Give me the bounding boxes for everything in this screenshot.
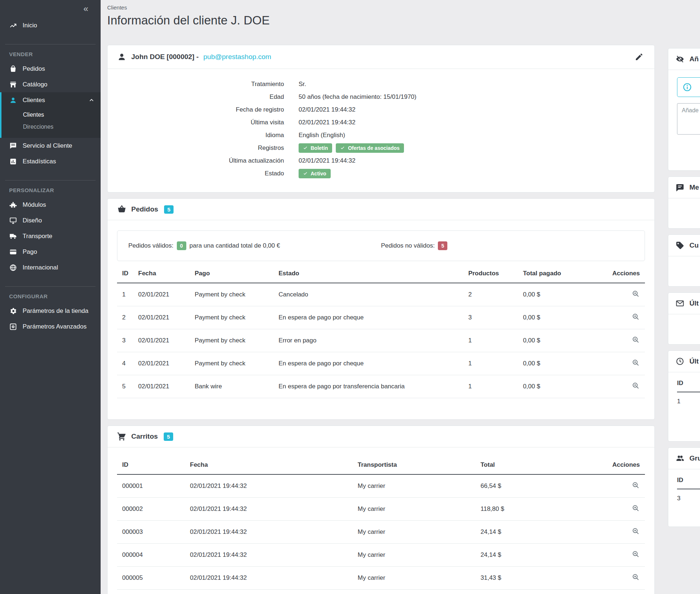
view-cart-button[interactable] — [631, 573, 640, 581]
sidebar-item-parametros-avanzados[interactable]: Parámetros Avanzados — [0, 319, 101, 334]
column-header-acciones: Acciones — [609, 458, 645, 474]
sidebar-subitem-label: Direcciones — [23, 124, 54, 130]
gear-icon — [9, 307, 17, 315]
orders-table-header-row: ID Fecha Pago Estado Productos Total pag… — [117, 266, 645, 283]
zoom-in-icon — [631, 504, 640, 512]
zoom-in-icon — [631, 481, 640, 489]
shopping-basket-icon — [117, 205, 127, 214]
cart-carrier-cell: My carrier — [355, 567, 478, 590]
sidebar-collapse-button[interactable]: « — [0, 0, 101, 13]
cart-date-cell: 02/01/2021 19:44:32 — [187, 544, 355, 567]
zoom-in-icon — [631, 358, 640, 367]
carts-count-badge: 5 — [164, 432, 173, 441]
sidebar-item-label: Estadísticas — [23, 158, 56, 165]
main-content: Clientes Información del cliente J. DOE … — [107, 0, 655, 594]
cart-row: 000002 02/01/2021 19:44:32 My carrier 11… — [117, 498, 645, 521]
truck-icon — [9, 232, 17, 240]
private-note-card-title: Añ — [689, 55, 699, 63]
customer-email-link[interactable]: pub@prestashop.com — [203, 53, 271, 61]
private-note-card: Añ — [668, 48, 700, 171]
sidebar-item-servicio-al-cliente[interactable]: Servicio al Cliente — [0, 138, 101, 154]
sidebar-item-modulos[interactable]: Módulos — [0, 197, 101, 213]
chevron-up-icon — [88, 97, 95, 104]
cart-total-cell: 31,43 $ — [478, 567, 609, 590]
sidebar-subitem-direcciones[interactable]: Direcciones — [0, 121, 101, 133]
view-order-button[interactable] — [631, 290, 640, 298]
breadcrumb[interactable]: Clientes — [107, 4, 655, 11]
view-cart-button[interactable] — [631, 527, 640, 535]
view-order-button[interactable] — [631, 312, 640, 321]
sidebar-section-vender: VENDER — [0, 44, 101, 61]
order-status-cell: En espera de pago por transferencia banc… — [276, 375, 465, 398]
sidebar-item-pago[interactable]: Pago — [0, 244, 101, 260]
order-products-cell: 1 — [465, 352, 520, 375]
sidebar-item-catalogo[interactable]: Catálogo — [0, 77, 101, 92]
sidebar-subitem-label: Clientes — [23, 112, 44, 118]
valid-orders-label: Pedidos válidos: — [128, 242, 174, 249]
zoom-in-icon — [631, 381, 640, 390]
sidebar-item-internacional[interactable]: Internacional — [0, 260, 101, 275]
order-status-cell: En espera de pago por cheque — [276, 352, 465, 375]
field-label: Estado — [108, 170, 284, 177]
sidebar-item-estadisticas[interactable]: Estadísticas — [0, 154, 101, 169]
eye-off-icon — [676, 55, 684, 63]
carts-card-body: ID Fecha Transportista Total Acciones 00… — [108, 447, 654, 594]
vouchers-card-title: Cu — [689, 241, 699, 249]
view-order-button[interactable] — [631, 381, 640, 390]
sidebar-item-label: Transporte — [23, 233, 52, 240]
right-side-panel: Añ Me Cu Últ Últ ID — [668, 48, 700, 527]
groups-card-title: Gru — [689, 454, 700, 462]
order-total-cell: 0,00 $ — [520, 375, 609, 398]
sidebar: « Inicio VENDER Pedidos Catálogo Cliente… — [0, 0, 101, 594]
view-order-button[interactable] — [631, 358, 640, 367]
field-value: 02/01/2021 19:44:32 — [299, 157, 355, 164]
customer-name: John DOE [000002] - — [131, 53, 199, 61]
field-label: Registros — [108, 144, 284, 152]
sidebar-item-label: Pago — [23, 248, 37, 256]
customer-field-idioma: Idioma English (English) — [108, 129, 654, 141]
sidebar-item-diseno[interactable]: Diseño — [0, 213, 101, 228]
cart-carrier-cell: My carrier — [355, 544, 478, 567]
column-header-total: Total — [478, 458, 609, 474]
field-value: Sr. — [299, 81, 306, 88]
carts-card: Carritos 5 ID Fecha Transportista Total … — [107, 426, 655, 594]
sidebar-item-clientes[interactable]: Clientes — [0, 92, 101, 108]
carts-table: ID Fecha Transportista Total Acciones 00… — [117, 458, 645, 590]
order-row: 5 02/01/2021 Bank wire En espera de pago… — [117, 375, 645, 398]
cart-id-cell: 000005 — [117, 567, 187, 590]
cart-id-cell: 000003 — [117, 521, 187, 544]
private-note-input[interactable] — [677, 103, 700, 135]
sidebar-item-label: Diseño — [23, 217, 42, 224]
sidebar-subitem-clientes[interactable]: Clientes — [0, 109, 101, 121]
zoom-in-icon — [631, 550, 640, 558]
customer-field-tratamiento: Tratamiento Sr. — [108, 78, 654, 90]
sidebar-item-transporte[interactable]: Transporte — [0, 228, 101, 244]
pencil-icon — [635, 53, 643, 61]
zoom-in-icon — [631, 290, 640, 298]
check-icon — [303, 171, 308, 176]
zoom-in-icon — [631, 573, 640, 581]
view-cart-button[interactable] — [631, 504, 640, 512]
advanced-settings-icon — [9, 323, 17, 331]
view-cart-button[interactable] — [631, 550, 640, 558]
sidebar-item-inicio[interactable]: Inicio — [0, 18, 101, 33]
order-payment-cell: Bank wire — [192, 375, 276, 398]
sidebar-item-parametros-tienda[interactable]: Parámetros de la tienda — [0, 303, 101, 319]
view-order-button[interactable] — [631, 335, 640, 344]
info-icon — [682, 82, 692, 92]
orders-table: ID Fecha Pago Estado Productos Total pag… — [117, 266, 645, 398]
edit-customer-button[interactable] — [633, 51, 645, 63]
private-note-card-body — [668, 70, 700, 144]
cart-total-cell: 24,14 $ — [478, 544, 609, 567]
column-header-total-pagado: Total pagado — [520, 266, 609, 283]
customer-card-header: John DOE [000002] - pub@prestashop.com — [108, 45, 654, 69]
invalid-orders-label: Pedidos no válidos: — [381, 242, 435, 249]
private-note-card-header: Añ — [668, 48, 700, 70]
order-total-cell: 0,00 $ — [520, 283, 609, 306]
cart-date-cell: 02/01/2021 19:44:32 — [187, 521, 355, 544]
cart-carrier-cell: My carrier — [355, 474, 478, 498]
carts-table-header-row: ID Fecha Transportista Total Acciones — [117, 458, 645, 474]
view-cart-button[interactable] — [631, 481, 640, 489]
sidebar-item-pedidos[interactable]: Pedidos — [0, 61, 101, 77]
credit-card-icon — [9, 248, 17, 256]
